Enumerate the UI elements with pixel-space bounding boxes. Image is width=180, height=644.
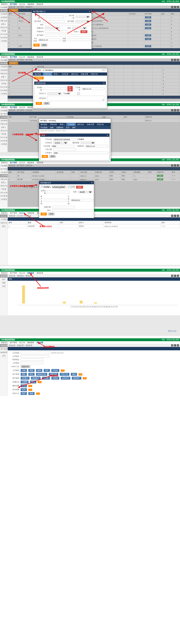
sidebar-item[interactable]: SUV公海 — [0, 33, 8, 36]
tab[interactable]: 转移/共享 — [80, 72, 90, 76]
apply-date-input[interactable] — [45, 30, 68, 33]
visit-title-input[interactable] — [44, 88, 66, 90]
nav-report[interactable]: 效能报表 — [27, 3, 34, 6]
annotation-text: 订单费用类型，自助选择，下单收款方式 — [12, 133, 46, 136]
addr-input[interactable] — [45, 24, 90, 26]
sidebar-item[interactable]: 回款记录 — [0, 19, 8, 22]
close-icon[interactable]: ✕ ⛶ — [102, 69, 106, 72]
modal-header: 客户基本信息 (*) ✕ — [32, 10, 92, 13]
visit-method-select[interactable] — [47, 92, 62, 95]
create-time-input[interactable] — [68, 39, 90, 41]
service-select[interactable] — [81, 142, 95, 144]
label: 申请时间 — [33, 30, 44, 33]
sidebar-item[interactable]: 联系人 — [0, 22, 8, 26]
tag[interactable]: 微信 — [36, 369, 42, 372]
company-input[interactable] — [21, 352, 50, 354]
tab[interactable]: 联系人 — [52, 72, 60, 76]
remark-input[interactable] — [53, 152, 108, 154]
industry-select[interactable] — [45, 27, 59, 29]
label: 客户地区 — [66, 20, 74, 22]
label: 地址 — [33, 24, 44, 26]
product-input[interactable] — [53, 138, 76, 140]
label: 所属行业 — [33, 27, 44, 29]
tag[interactable]: 天猫 — [21, 369, 27, 372]
end-input[interactable] — [52, 206, 75, 208]
sidebar-item[interactable]: 写字楼 — [0, 29, 8, 33]
next-date-input[interactable] — [82, 88, 104, 90]
modal-title: 客户基本信息 (*) — [33, 10, 45, 13]
order-date-input[interactable] — [53, 148, 76, 151]
upload-button[interactable]: 选择文件 — [21, 365, 30, 368]
nav-settings[interactable]: 系统设置 — [36, 3, 43, 6]
start-input[interactable] — [71, 199, 93, 201]
sidebar-item[interactable]: 订单管理 — [0, 12, 8, 16]
remark-input[interactable] — [52, 209, 92, 212]
phone-input[interactable] — [42, 20, 65, 22]
tag[interactable]: 淘宝 — [28, 369, 34, 372]
label: 创建时间 — [62, 38, 66, 42]
address-input[interactable] — [21, 355, 50, 358]
annotation-text: 跟随标签 — [50, 374, 58, 377]
sidebar-item[interactable]: 回访计划 — [0, 26, 8, 29]
add-visit-button[interactable]: 添加回访 — [34, 76, 44, 80]
save-button[interactable]: 保存 — [36, 102, 42, 105]
amount-input[interactable] — [52, 145, 74, 147]
expire-input[interactable] — [86, 145, 108, 147]
level-select[interactable] — [76, 16, 90, 18]
navbar: 系统首页 客户管理 办公OA 效能报表 系统设置 — [0, 3, 180, 6]
remind-checkbox[interactable] — [71, 92, 86, 95]
label: 客户描述 — [33, 34, 44, 36]
tab[interactable]: 基本信息 — [33, 72, 43, 76]
customer-detail-modal: 客户信息：江飞燕 编号#1✕ ⛶ 基本信息 回访记录 联系人 合同记录 操作日志… — [33, 68, 107, 109]
customer-name-input[interactable] — [41, 16, 64, 18]
add-tag-button[interactable]: + — [61, 370, 64, 372]
source-select[interactable] — [72, 27, 87, 29]
sidebar-item[interactable]: 工作报告 — [0, 39, 8, 43]
tab[interactable]: 操作日志 — [70, 72, 80, 76]
sidebar-item[interactable]: 合同管理 — [0, 16, 8, 19]
nav-customer[interactable]: 客户管理 — [10, 3, 17, 6]
close-button[interactable]: 关闭 — [44, 102, 50, 105]
amount-input[interactable] — [47, 191, 70, 193]
cust-input[interactable] — [44, 199, 66, 201]
screenshot-1: CRM系统管理系统 你好：管理员 退出系统 系统首页 客户管理 办公OA 效能报… — [0, 0, 180, 50]
close-button[interactable]: 关闭 — [48, 212, 54, 216]
label: 添加人 — [69, 30, 79, 33]
contract-no-input[interactable] — [52, 186, 75, 188]
save-button[interactable]: 保存 — [33, 44, 40, 46]
close-button[interactable]: 关闭 — [50, 155, 56, 158]
screenshot-2: CRM系统管理系统你好：管理员 退出系统 系统首页客户管理办公OA效能报表系统设… — [0, 53, 180, 101]
close-icon[interactable]: ✕ — [103, 82, 105, 84]
add-customer-modal: 客户基本信息 (*) ✕ 客户名称*客户级别 客户电话客户地区 地址 所属行业来… — [32, 10, 92, 49]
footer-link[interactable]: 帮助与支持 — [168, 330, 176, 332]
screenshot-6: CRM系统管理系统你好：管理员 退出系统 系统首页客户管理办公OA效能报表系统设… — [0, 269, 180, 336]
pay-status-select[interactable]: 已支付 — [53, 142, 68, 144]
next-contact-input[interactable] — [38, 39, 61, 41]
label: 客户名称 — [33, 14, 40, 19]
save-button[interactable]: 保存 — [40, 212, 47, 216]
tag[interactable]: 京东 — [44, 369, 50, 372]
archive-select[interactable]: 未归档 — [78, 191, 92, 193]
tab[interactable]: 回访记录 — [43, 72, 52, 76]
nav-home[interactable]: 系统首页 — [1, 3, 8, 6]
tab[interactable]: 合同记录 — [60, 72, 70, 76]
close-button[interactable]: 关闭 — [41, 44, 47, 46]
annotation-text: 效能报表管理 — [37, 287, 49, 289]
sidebar-item[interactable]: SUV私海 — [0, 36, 8, 39]
tel-input[interactable] — [21, 358, 43, 361]
work-tel-input[interactable] — [21, 362, 43, 364]
visit-content-input[interactable] — [47, 96, 104, 101]
desc-input[interactable] — [45, 34, 90, 36]
close-icon[interactable]: ✕ — [89, 10, 90, 12]
region-select[interactable] — [76, 20, 90, 22]
sidebar-item[interactable]: 客户管理 — [0, 9, 8, 12]
sidebar-item[interactable]: 待办提醒 — [0, 6, 8, 9]
user-info[interactable]: 你好：管理员 退出系统 — [162, 0, 179, 3]
nav-oa[interactable]: 办公OA — [19, 3, 25, 6]
save-button[interactable]: 保存 — [42, 155, 48, 158]
tab[interactable]: 回访计划 — [90, 72, 99, 76]
sidebar: 待办提醒 客户管理 订单管理 合同管理 回款记录 联系人 回访计划 写字楼 SU… — [0, 6, 8, 51]
chart-canvas: ■订单2019年度 ■回访2019年度 ■合同2019年度 ■回款2019年度 — [8, 281, 180, 310]
tag[interactable]: 代运营 — [51, 369, 59, 372]
required-badge: 必填* — [80, 30, 87, 33]
